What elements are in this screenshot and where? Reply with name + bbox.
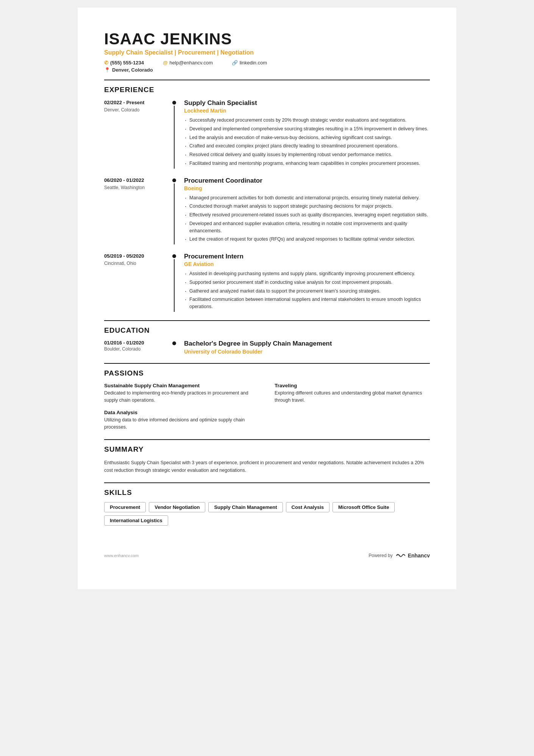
bullet-1-6: Facilitated training and mentorship prog… [184, 160, 430, 167]
experience-divider [104, 80, 430, 80]
exp-content-1: Supply Chain Specialist Lockheed Martin … [178, 99, 430, 169]
bullets-3: Assisted in developing purchasing system… [184, 270, 430, 310]
enhancv-brand-name: Enhancv [408, 553, 430, 559]
exp-timeline-2 [170, 177, 178, 245]
passions-title: PASSIONS [104, 369, 430, 377]
summary-text: Enthusiastic Supply Chain Specialist wit… [104, 459, 430, 474]
bullets-2: Managed procurement activities for both … [184, 194, 430, 243]
summary-section: SUMMARY Enthusiastic Supply Chain Specia… [104, 439, 430, 474]
passion-item-1: Sustainable Supply Chain Management Dedi… [104, 383, 259, 404]
enhancv-logo: Enhancv [395, 552, 430, 559]
skill-1: Procurement [104, 502, 146, 512]
edu-school-1: University of Colorado Boulder [184, 349, 430, 355]
exp-location-1: Denver, Colorado [104, 107, 167, 113]
passions-grid: Sustainable Supply Chain Management Dedi… [104, 383, 430, 431]
bullet-1-5: Resolved critical delivery and quality i… [184, 151, 430, 158]
edu-date-1: 01/2016 - 01/2020 [104, 340, 170, 346]
skill-4: Cost Analysis [286, 502, 330, 512]
bullet-1-3: Led the analysis and execution of make-v… [184, 134, 430, 141]
passion-desc-3: Utilizing data to drive informed decisio… [104, 416, 259, 431]
experience-section: EXPERIENCE 02/2022 - Present Denver, Col… [104, 80, 430, 312]
timeline-dot-1 [172, 101, 176, 105]
bullet-3-4: Facilitated communication between intern… [184, 296, 430, 310]
phone-info: (555) 555-1234 [104, 60, 144, 66]
exp-date-3: 05/2019 - 05/2020 [104, 253, 167, 260]
bullet-1-2: Developed and implemented comprehensive … [184, 125, 430, 133]
powered-by-text: Powered by [368, 553, 392, 558]
link-icon: 🔗 [232, 60, 238, 66]
footer: www.enhancv.com Powered by Enhancv [104, 548, 430, 559]
exp-timeline-3 [170, 253, 178, 312]
skill-3: Supply Chain Management [208, 502, 283, 512]
passion-desc-1: Dedicated to implementing eco-friendly p… [104, 390, 259, 404]
bullet-2-4: Developed and enhanced supplier evaluati… [184, 220, 430, 235]
exp-meta-1: 02/2022 - Present Denver, Colorado [104, 99, 170, 169]
email-info: @ help@enhancv.com [163, 60, 213, 66]
exp-meta-3: 05/2019 - 05/2020 Cincinnati, Ohio [104, 253, 170, 312]
enhancv-logo-icon [395, 552, 406, 559]
bullet-1-1: Successfully reduced procurement costs b… [184, 117, 430, 124]
summary-title: SUMMARY [104, 445, 430, 454]
location-text: Denver, Colorado [112, 67, 153, 73]
skills-divider [104, 482, 430, 483]
edu-timeline-1 [170, 340, 178, 355]
email-address: help@enhancv.com [170, 60, 213, 66]
exp-location-2: Seattle, Washington [104, 185, 167, 190]
passion-title-1: Sustainable Supply Chain Management [104, 383, 259, 388]
passion-desc-2: Exploring different cultures and underst… [275, 390, 430, 404]
skills-title: SKILLS [104, 488, 430, 497]
linkedin-url: linkedin.com [240, 60, 267, 66]
edu-meta-1: 01/2016 - 01/2020 Boulder, Colorado [104, 340, 170, 355]
education-section: EDUCATION 01/2016 - 01/2020 Boulder, Col… [104, 320, 430, 355]
experience-item-2: 06/2020 - 01/2022 Seattle, Washington Pr… [104, 177, 430, 245]
bullet-3-2: Supported senior procurement staff in co… [184, 279, 430, 286]
bullet-1-4: Crafted and executed complex project pla… [184, 142, 430, 150]
experience-item-1: 02/2022 - Present Denver, Colorado Suppl… [104, 99, 430, 169]
education-title: EDUCATION [104, 326, 430, 335]
candidate-name: ISAAC JENKINS [104, 30, 430, 48]
linkedin-info: 🔗 linkedin.com [232, 60, 267, 66]
passion-item-2: Traveling Exploring different cultures a… [275, 383, 430, 404]
skill-5: Microsoft Office Suite [333, 502, 395, 512]
exp-date-2: 06/2020 - 01/2022 [104, 177, 167, 184]
exp-location-3: Cincinnati, Ohio [104, 261, 167, 266]
footer-website: www.enhancv.com [104, 553, 139, 558]
footer-brand: Powered by Enhancv [368, 552, 430, 559]
edu-location-1: Boulder, Colorado [104, 346, 170, 352]
bullet-2-1: Managed procurement activities for both … [184, 194, 430, 202]
experience-title: EXPERIENCE [104, 86, 430, 94]
phone-number: (555) 555-1234 [110, 60, 144, 66]
resume-page: ISAAC JENKINS Supply Chain Specialist | … [78, 8, 456, 589]
bullet-2-3: Effectively resolved procurement-related… [184, 211, 430, 219]
exp-date-1: 02/2022 - Present [104, 99, 167, 106]
exp-meta-2: 06/2020 - 01/2022 Seattle, Washington [104, 177, 170, 245]
exp-content-2: Procurement Coordinator Boeing Managed p… [178, 177, 430, 245]
skill-2: Vendor Negotiation [149, 502, 205, 512]
education-divider [104, 320, 430, 321]
passion-item-3: Data Analysis Utilizing data to drive in… [104, 410, 259, 431]
exp-content-3: Procurement Intern GE Aviation Assisted … [178, 253, 430, 312]
summary-divider [104, 439, 430, 440]
location-icon: 📍 [104, 67, 110, 73]
email-icon: @ [163, 60, 168, 66]
skills-container: Procurement Vendor Negotiation Supply Ch… [104, 502, 430, 526]
bullets-1: Successfully reduced procurement costs b… [184, 117, 430, 167]
job-title-3: Procurement Intern [184, 253, 430, 260]
company-3: GE Aviation [184, 261, 430, 267]
company-1: Lockheed Martin [184, 108, 430, 114]
bullet-2-2: Conducted thorough market analysis to su… [184, 203, 430, 210]
bullet-2-5: Led the creation of request for quotes (… [184, 236, 430, 243]
header-contact: (555) 555-1234 @ help@enhancv.com 🔗 link… [104, 60, 430, 66]
company-2: Boeing [184, 185, 430, 191]
timeline-line-3 [174, 259, 175, 312]
timeline-dot-3 [172, 254, 176, 258]
phone-icon [104, 60, 108, 66]
passions-divider [104, 363, 430, 364]
exp-timeline-1 [170, 99, 178, 169]
timeline-line-1 [174, 106, 175, 169]
edu-content-1: Bachelor's Degree in Supply Chain Manage… [178, 340, 430, 355]
timeline-dot-2 [172, 178, 176, 182]
passion-title-3: Data Analysis [104, 410, 259, 415]
skill-6: International Logistics [104, 515, 168, 526]
job-title-2: Procurement Coordinator [184, 177, 430, 185]
